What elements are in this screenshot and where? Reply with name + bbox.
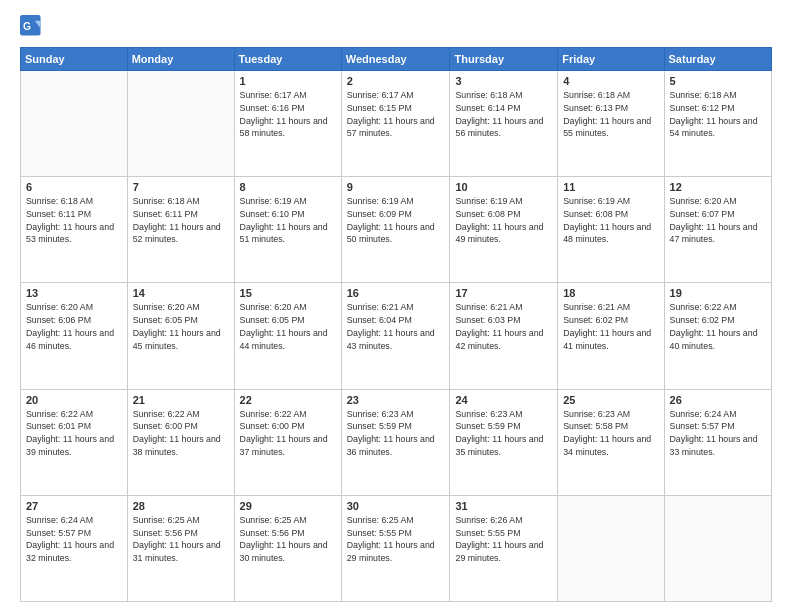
svg-text:G: G: [23, 21, 31, 32]
day-info: Sunrise: 6:18 AM Sunset: 6:11 PM Dayligh…: [26, 195, 122, 246]
day-number: 20: [26, 394, 122, 406]
day-number: 9: [347, 181, 445, 193]
calendar-cell: 2Sunrise: 6:17 AM Sunset: 6:15 PM Daylig…: [341, 71, 450, 177]
day-number: 28: [133, 500, 229, 512]
day-number: 1: [240, 75, 336, 87]
day-info: Sunrise: 6:19 AM Sunset: 6:09 PM Dayligh…: [347, 195, 445, 246]
day-number: 22: [240, 394, 336, 406]
header: G: [20, 15, 772, 37]
day-info: Sunrise: 6:25 AM Sunset: 5:56 PM Dayligh…: [240, 514, 336, 565]
day-info: Sunrise: 6:19 AM Sunset: 6:10 PM Dayligh…: [240, 195, 336, 246]
calendar-cell: 22Sunrise: 6:22 AM Sunset: 6:00 PM Dayli…: [234, 389, 341, 495]
calendar-cell: 7Sunrise: 6:18 AM Sunset: 6:11 PM Daylig…: [127, 177, 234, 283]
day-info: Sunrise: 6:20 AM Sunset: 6:05 PM Dayligh…: [133, 301, 229, 352]
day-info: Sunrise: 6:20 AM Sunset: 6:06 PM Dayligh…: [26, 301, 122, 352]
day-info: Sunrise: 6:25 AM Sunset: 5:56 PM Dayligh…: [133, 514, 229, 565]
calendar-cell: 6Sunrise: 6:18 AM Sunset: 6:11 PM Daylig…: [21, 177, 128, 283]
day-info: Sunrise: 6:23 AM Sunset: 5:58 PM Dayligh…: [563, 408, 658, 459]
calendar-cell: 17Sunrise: 6:21 AM Sunset: 6:03 PM Dayli…: [450, 283, 558, 389]
day-number: 5: [670, 75, 766, 87]
col-header-saturday: Saturday: [664, 48, 771, 71]
calendar-cell: 24Sunrise: 6:23 AM Sunset: 5:59 PM Dayli…: [450, 389, 558, 495]
calendar-cell: 5Sunrise: 6:18 AM Sunset: 6:12 PM Daylig…: [664, 71, 771, 177]
calendar-cell: 3Sunrise: 6:18 AM Sunset: 6:14 PM Daylig…: [450, 71, 558, 177]
calendar-cell: [127, 71, 234, 177]
calendar-cell: 23Sunrise: 6:23 AM Sunset: 5:59 PM Dayli…: [341, 389, 450, 495]
calendar-cell: 25Sunrise: 6:23 AM Sunset: 5:58 PM Dayli…: [558, 389, 664, 495]
calendar-cell: 16Sunrise: 6:21 AM Sunset: 6:04 PM Dayli…: [341, 283, 450, 389]
day-info: Sunrise: 6:17 AM Sunset: 6:16 PM Dayligh…: [240, 89, 336, 140]
day-number: 24: [455, 394, 552, 406]
day-info: Sunrise: 6:18 AM Sunset: 6:12 PM Dayligh…: [670, 89, 766, 140]
day-number: 21: [133, 394, 229, 406]
day-info: Sunrise: 6:20 AM Sunset: 6:07 PM Dayligh…: [670, 195, 766, 246]
day-info: Sunrise: 6:24 AM Sunset: 5:57 PM Dayligh…: [26, 514, 122, 565]
calendar-cell: 20Sunrise: 6:22 AM Sunset: 6:01 PM Dayli…: [21, 389, 128, 495]
calendar-cell: 31Sunrise: 6:26 AM Sunset: 5:55 PM Dayli…: [450, 495, 558, 601]
day-number: 30: [347, 500, 445, 512]
day-number: 13: [26, 287, 122, 299]
calendar-cell: 8Sunrise: 6:19 AM Sunset: 6:10 PM Daylig…: [234, 177, 341, 283]
day-info: Sunrise: 6:22 AM Sunset: 6:00 PM Dayligh…: [133, 408, 229, 459]
calendar-week-1: 1Sunrise: 6:17 AM Sunset: 6:16 PM Daylig…: [21, 71, 772, 177]
calendar-table: SundayMondayTuesdayWednesdayThursdayFrid…: [20, 47, 772, 602]
day-number: 16: [347, 287, 445, 299]
day-number: 29: [240, 500, 336, 512]
day-number: 7: [133, 181, 229, 193]
col-header-thursday: Thursday: [450, 48, 558, 71]
calendar-cell: 19Sunrise: 6:22 AM Sunset: 6:02 PM Dayli…: [664, 283, 771, 389]
calendar-cell: 30Sunrise: 6:25 AM Sunset: 5:55 PM Dayli…: [341, 495, 450, 601]
calendar-cell: 29Sunrise: 6:25 AM Sunset: 5:56 PM Dayli…: [234, 495, 341, 601]
day-info: Sunrise: 6:18 AM Sunset: 6:14 PM Dayligh…: [455, 89, 552, 140]
day-number: 26: [670, 394, 766, 406]
col-header-friday: Friday: [558, 48, 664, 71]
day-number: 12: [670, 181, 766, 193]
page: G SundayMondayTuesdayWednesdayThursdayFr…: [0, 0, 792, 612]
day-number: 10: [455, 181, 552, 193]
calendar-week-4: 20Sunrise: 6:22 AM Sunset: 6:01 PM Dayli…: [21, 389, 772, 495]
logo: G: [20, 15, 46, 37]
day-info: Sunrise: 6:22 AM Sunset: 6:02 PM Dayligh…: [670, 301, 766, 352]
day-number: 17: [455, 287, 552, 299]
calendar-cell: 13Sunrise: 6:20 AM Sunset: 6:06 PM Dayli…: [21, 283, 128, 389]
calendar-cell: 26Sunrise: 6:24 AM Sunset: 5:57 PM Dayli…: [664, 389, 771, 495]
day-info: Sunrise: 6:21 AM Sunset: 6:04 PM Dayligh…: [347, 301, 445, 352]
calendar-cell: 9Sunrise: 6:19 AM Sunset: 6:09 PM Daylig…: [341, 177, 450, 283]
calendar-cell: [664, 495, 771, 601]
day-info: Sunrise: 6:19 AM Sunset: 6:08 PM Dayligh…: [455, 195, 552, 246]
calendar-week-5: 27Sunrise: 6:24 AM Sunset: 5:57 PM Dayli…: [21, 495, 772, 601]
col-header-monday: Monday: [127, 48, 234, 71]
day-info: Sunrise: 6:18 AM Sunset: 6:11 PM Dayligh…: [133, 195, 229, 246]
day-info: Sunrise: 6:23 AM Sunset: 5:59 PM Dayligh…: [455, 408, 552, 459]
calendar-cell: 15Sunrise: 6:20 AM Sunset: 6:05 PM Dayli…: [234, 283, 341, 389]
calendar-cell: 18Sunrise: 6:21 AM Sunset: 6:02 PM Dayli…: [558, 283, 664, 389]
day-number: 31: [455, 500, 552, 512]
day-number: 14: [133, 287, 229, 299]
col-header-tuesday: Tuesday: [234, 48, 341, 71]
col-header-wednesday: Wednesday: [341, 48, 450, 71]
day-number: 11: [563, 181, 658, 193]
calendar-week-2: 6Sunrise: 6:18 AM Sunset: 6:11 PM Daylig…: [21, 177, 772, 283]
day-info: Sunrise: 6:24 AM Sunset: 5:57 PM Dayligh…: [670, 408, 766, 459]
day-number: 4: [563, 75, 658, 87]
day-info: Sunrise: 6:22 AM Sunset: 6:01 PM Dayligh…: [26, 408, 122, 459]
day-info: Sunrise: 6:19 AM Sunset: 6:08 PM Dayligh…: [563, 195, 658, 246]
calendar-header-row: SundayMondayTuesdayWednesdayThursdayFrid…: [21, 48, 772, 71]
day-number: 25: [563, 394, 658, 406]
calendar-cell: 1Sunrise: 6:17 AM Sunset: 6:16 PM Daylig…: [234, 71, 341, 177]
day-number: 3: [455, 75, 552, 87]
day-info: Sunrise: 6:26 AM Sunset: 5:55 PM Dayligh…: [455, 514, 552, 565]
day-number: 8: [240, 181, 336, 193]
day-number: 15: [240, 287, 336, 299]
day-info: Sunrise: 6:25 AM Sunset: 5:55 PM Dayligh…: [347, 514, 445, 565]
day-info: Sunrise: 6:21 AM Sunset: 6:03 PM Dayligh…: [455, 301, 552, 352]
day-info: Sunrise: 6:20 AM Sunset: 6:05 PM Dayligh…: [240, 301, 336, 352]
day-number: 18: [563, 287, 658, 299]
day-number: 27: [26, 500, 122, 512]
day-number: 6: [26, 181, 122, 193]
calendar-week-3: 13Sunrise: 6:20 AM Sunset: 6:06 PM Dayli…: [21, 283, 772, 389]
day-number: 23: [347, 394, 445, 406]
calendar-cell: [21, 71, 128, 177]
calendar-cell: 27Sunrise: 6:24 AM Sunset: 5:57 PM Dayli…: [21, 495, 128, 601]
calendar-cell: 4Sunrise: 6:18 AM Sunset: 6:13 PM Daylig…: [558, 71, 664, 177]
